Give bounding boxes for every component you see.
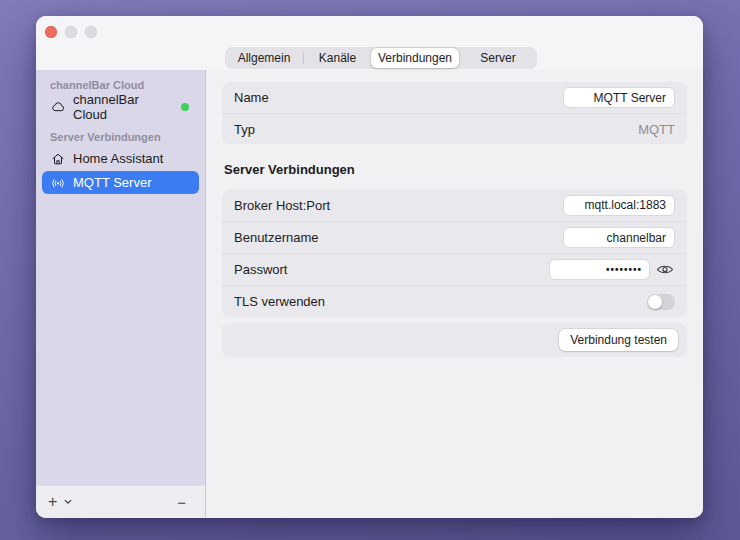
titlebar: Allgemein Kanäle Verbindungen Server [36, 16, 703, 70]
zoom-icon[interactable] [85, 26, 97, 38]
tab-kanaele[interactable]: Kanäle [304, 47, 371, 69]
password-row: Passwort [222, 253, 687, 285]
username-input[interactable] [563, 227, 675, 248]
close-icon[interactable] [45, 26, 57, 38]
sidebar-item-label: MQTT Server [73, 175, 152, 190]
sidebar-footer: + − [36, 485, 206, 518]
connection-group: Broker Host:Port Benutzername Passwort [222, 189, 687, 317]
general-group: Name Typ MQTT [222, 82, 687, 144]
sidebar-section-header-cloud: channelBar Cloud [36, 70, 205, 94]
password-field-wrap [549, 259, 675, 280]
sidebar-item-label: channelBar Cloud [73, 92, 174, 122]
tab-server[interactable]: Server [459, 47, 537, 69]
window-controls [45, 26, 97, 38]
tls-toggle[interactable] [647, 294, 675, 310]
home-icon [50, 151, 66, 167]
sidebar-item-label: Home Assistant [73, 151, 163, 166]
broker-label: Broker Host:Port [234, 198, 330, 213]
settings-window: Allgemein Kanäle Verbindungen Server cha… [36, 16, 703, 518]
test-connection-button[interactable]: Verbindung testen [559, 329, 678, 351]
cloud-icon [50, 99, 66, 115]
password-input[interactable] [549, 259, 650, 280]
sidebar-item-mqtt-server[interactable]: MQTT Server [42, 171, 199, 194]
password-label: Passwort [234, 262, 287, 277]
chevron-down-icon[interactable] [64, 499, 72, 505]
broker-input[interactable] [563, 195, 675, 216]
toggle-knob [648, 295, 662, 309]
tls-row: TLS verwenden [222, 285, 687, 317]
name-row: Name [222, 82, 687, 113]
add-button[interactable]: + [48, 494, 57, 510]
username-label: Benutzername [234, 230, 319, 245]
antenna-icon [50, 175, 66, 191]
name-label: Name [234, 90, 269, 105]
tab-bar: Allgemein Kanäle Verbindungen Server [225, 47, 537, 69]
tab-verbindungen[interactable]: Verbindungen [371, 48, 459, 68]
sidebar-item-channelbar-cloud[interactable]: channelBar Cloud [42, 95, 199, 118]
sidebar: channelBar Cloud channelBar Cloud Server… [36, 70, 206, 485]
tls-label: TLS verwenden [234, 294, 325, 309]
typ-value: MQTT [638, 122, 675, 137]
tab-allgemein[interactable]: Allgemein [225, 47, 303, 69]
typ-label: Typ [234, 122, 255, 137]
test-button-row: Verbindung testen [222, 323, 687, 357]
remove-button[interactable]: − [177, 495, 186, 510]
content-pane: Name Typ MQTT Server Verbindungen Broker… [207, 70, 703, 518]
broker-row: Broker Host:Port [222, 189, 687, 221]
online-status-dot [181, 103, 189, 111]
sidebar-item-home-assistant[interactable]: Home Assistant [42, 147, 199, 170]
reveal-password-button[interactable] [655, 262, 675, 278]
section-title: Server Verbindungen [224, 162, 687, 177]
name-input[interactable] [563, 87, 675, 108]
eye-icon [656, 263, 674, 276]
test-group: Verbindung testen [222, 323, 687, 357]
sidebar-section-header-server: Server Verbindungen [36, 119, 205, 146]
typ-row: Typ MQTT [222, 113, 687, 144]
username-row: Benutzername [222, 221, 687, 253]
minimize-icon[interactable] [65, 26, 77, 38]
